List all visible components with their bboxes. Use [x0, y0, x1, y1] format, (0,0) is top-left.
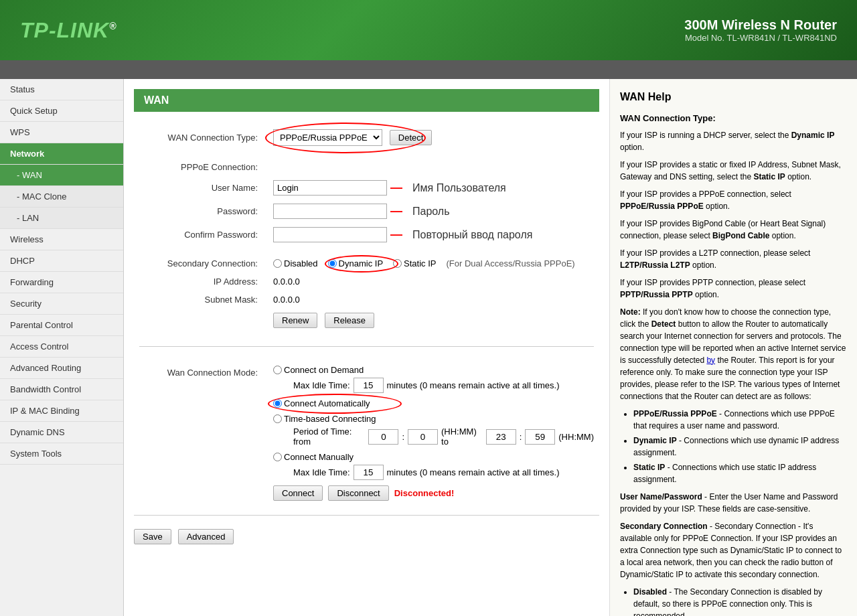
connect-button[interactable]: Connect: [273, 485, 323, 501]
sidebar-item-dynamic-dns[interactable]: Dynamic DNS: [0, 422, 123, 443]
sidebar-item-advanced-routing[interactable]: Advanced Routing: [0, 358, 123, 379]
save-button[interactable]: Save: [134, 529, 171, 544]
secondary-dynamic-ip-label: Dynamic IP: [339, 258, 383, 268]
period-label: Period of Time: from: [293, 427, 365, 447]
username-row: User Name: — Имя Пользователя: [134, 176, 599, 200]
help-p5: If your ISP provides a L2TP connection, …: [620, 247, 847, 271]
wan-form-table: WAN Connection Type: PPPoE/Russia PPPoE …: [134, 125, 599, 505]
sidebar-item-forwarding[interactable]: Forwarding: [0, 272, 123, 293]
wan-type-row: WAN Connection Type: PPPoE/Russia PPPoE …: [134, 125, 599, 150]
connect-on-demand-label: Connect on Demand: [284, 365, 364, 375]
sidebar-item-wan[interactable]: - WAN: [0, 165, 123, 186]
hhmm-label2: (HH:MM): [558, 432, 594, 442]
time-based-radio[interactable]: [273, 414, 282, 423]
time-from-h-input[interactable]: [368, 429, 398, 445]
help-list-item-static: Static IP - Connections which use static…: [633, 461, 847, 485]
connect-manually-radio[interactable]: [273, 453, 282, 461]
help-wan-type-heading: WAN Connection Type:: [620, 112, 847, 125]
sidebar-item-access-control[interactable]: Access Control: [0, 336, 123, 358]
ip-address-value: 0.0.0.0: [268, 273, 599, 291]
max-idle-label-1: Max Idle Time:: [293, 380, 350, 390]
page-header: TP-LINK® 300M Wireless N Router Model No…: [0, 0, 857, 60]
time-to-m-input[interactable]: [525, 429, 555, 445]
help-panel: WAN Help WAN Connection Type: If your IS…: [609, 79, 857, 616]
pppoe-section-row: PPPoE Connection:: [134, 158, 599, 176]
password-row: Password: — Пароль: [134, 200, 599, 223]
connect-manually-label: Connect Manually: [284, 452, 354, 462]
logo-reg: ®: [109, 21, 116, 31]
help-by-link[interactable]: by: [706, 356, 715, 365]
renew-button[interactable]: Renew: [273, 313, 317, 328]
help-secondary-list: Disabled - The Secondary Connection is d…: [620, 586, 847, 617]
sidebar-item-mac-clone[interactable]: - MAC Clone: [0, 186, 123, 208]
release-button[interactable]: Release: [325, 313, 374, 328]
sidebar-item-bandwidth-control[interactable]: Bandwidth Control: [0, 379, 123, 400]
sidebar-item-network[interactable]: Network: [0, 143, 123, 165]
username-label: User Name:: [134, 176, 268, 200]
connect-on-demand-option[interactable]: Connect on Demand: [273, 365, 594, 375]
username-input[interactable]: [273, 180, 387, 196]
secondary-note: (For Dual Access/Russia PPPoE): [446, 258, 574, 268]
secondary-static-ip-label: Static IP: [404, 258, 436, 268]
help-title: WAN Help: [620, 89, 847, 105]
confirm-password-label: Confirm Password:: [134, 223, 268, 246]
connect-automatically-label: Connect Automatically: [284, 398, 370, 408]
secondary-label: Secondary Connection:: [134, 254, 268, 273]
sidebar-item-security[interactable]: Security: [0, 293, 123, 315]
sidebar-item-dhcp[interactable]: DHCP: [0, 250, 123, 272]
sidebar-item-status[interactable]: Status: [0, 79, 123, 100]
hhmm-label: (HH:MM) to: [441, 427, 483, 447]
sidebar-item-parental-control[interactable]: Parental Control: [0, 315, 123, 336]
subnet-mask-value: 0.0.0.0: [268, 291, 599, 309]
sidebar-item-lan[interactable]: - LAN: [0, 208, 123, 229]
secondary-dynamic-ip-option[interactable]: Dynamic IP: [328, 258, 383, 268]
connect-automatically-radio[interactable]: [273, 399, 282, 408]
model-number: Model No. TL-WR841N / TL-WR841ND: [684, 33, 837, 43]
help-p6: If your ISP provides PPTP connection, pl…: [620, 277, 847, 301]
secondary-dynamic-ip-radio[interactable]: [328, 259, 337, 268]
sidebar-item-quick-setup[interactable]: Quick Setup: [0, 100, 123, 122]
logo-text: TP-LINK: [20, 18, 109, 42]
sidebar-item-wps[interactable]: WPS: [0, 122, 123, 143]
secondary-static-ip-radio[interactable]: [393, 259, 402, 268]
help-p1: If your ISP is running a DHCP server, se…: [620, 129, 847, 153]
password-input[interactable]: [273, 204, 387, 219]
time-based-label: Time-based Connecting: [284, 414, 376, 424]
sidebar-item-wireless[interactable]: Wireless: [0, 229, 123, 250]
disconnected-status: Disconnected!: [394, 488, 455, 498]
connect-manually-option[interactable]: Connect Manually: [273, 452, 594, 462]
sidebar-item-system-tools[interactable]: System Tools: [0, 443, 123, 465]
secondary-static-ip-option[interactable]: Static IP: [393, 258, 436, 268]
confirm-password-row: Confirm Password: — Повторный ввод парол…: [134, 223, 599, 246]
max-idle-input-1[interactable]: [354, 378, 384, 393]
sidebar-item-ip-mac-binding[interactable]: IP & MAC Binding: [0, 400, 123, 422]
max-idle-input-2[interactable]: [354, 465, 384, 480]
confirm-dash: —: [387, 228, 402, 242]
max-idle-note-1: minutes (0 means remain active at all ti…: [387, 380, 560, 390]
max-idle-time-2-row: Max Idle Time: minutes (0 means remain a…: [273, 465, 594, 480]
secondary-disabled-radio[interactable]: [273, 259, 282, 268]
help-p2: If your ISP provides a static or fixed I…: [620, 159, 847, 183]
wan-type-oval-wrapper: PPPoE/Russia PPPoE Dynamic IP Static IP …: [273, 129, 432, 146]
secondary-connection-row: Secondary Connection: Disabled Dynamic I…: [134, 254, 599, 273]
password-cell: — Пароль: [273, 204, 594, 219]
detect-button[interactable]: Detect: [390, 130, 433, 145]
confirm-password-cell: — Повторный ввод пароля: [273, 227, 594, 242]
connect-on-demand-row: Connect on Demand: [273, 365, 594, 375]
time-based-option[interactable]: Time-based Connecting: [273, 414, 594, 424]
secondary-disabled-option[interactable]: Disabled: [273, 258, 318, 268]
secondary-disabled-label: Disabled: [284, 258, 318, 268]
username-dash: —: [387, 181, 402, 195]
confirm-password-input[interactable]: [273, 227, 387, 242]
device-info: 300M Wireless N Router Model No. TL-WR84…: [684, 17, 837, 43]
time-from-m-input[interactable]: [408, 429, 438, 445]
wan-connection-type-select[interactable]: PPPoE/Russia PPPoE Dynamic IP Static IP …: [273, 129, 382, 146]
connect-on-demand-radio[interactable]: [273, 366, 282, 374]
disconnect-button[interactable]: Disconnect: [328, 485, 388, 501]
period-row: Period of Time: from : (HH:MM) to : (HH:…: [273, 427, 594, 447]
connect-automatically-option[interactable]: Connect Automatically: [273, 398, 370, 408]
russian-password-label: Пароль: [412, 206, 450, 218]
bottom-buttons: Save Advanced: [134, 529, 599, 544]
time-to-h-input[interactable]: [486, 429, 516, 445]
advanced-button[interactable]: Advanced: [178, 529, 234, 544]
